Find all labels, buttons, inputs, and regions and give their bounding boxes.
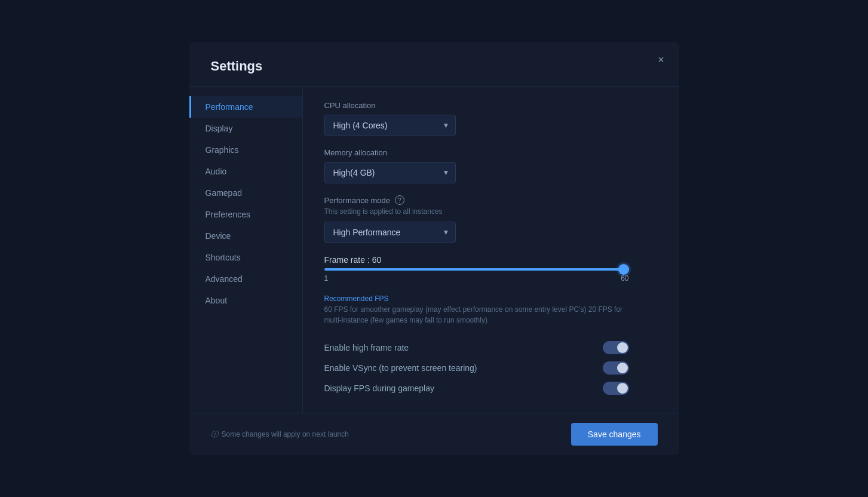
sidebar-item-graphics[interactable]: Graphics [189, 139, 302, 161]
info-icon: ⓘ [211, 429, 218, 440]
sidebar-item-performance[interactable]: Performance [189, 96, 302, 118]
sidebar-item-advanced[interactable]: Advanced [189, 268, 302, 290]
toggle-label-display-fps: Display FPS during gameplay [324, 384, 434, 393]
cpu-allocation-dropdown-wrapper: Low (2 Cores)Medium (3 Cores)High (4 Cor… [324, 115, 456, 136]
memory-allocation-label: Memory allocation [324, 148, 658, 157]
toggle-knob-high-frame-rate [617, 342, 628, 353]
sidebar-item-device[interactable]: Device [189, 225, 302, 247]
performance-mode-help-icon[interactable]: ? [395, 195, 404, 205]
toggle-label-vsync: Enable VSync (to prevent screen tearing) [324, 363, 477, 373]
performance-mode-select[interactable]: BalancedHigh PerformanceUltra [324, 222, 456, 243]
cpu-allocation-label: CPU allocation [324, 101, 658, 110]
sidebar-item-about[interactable]: About [189, 290, 302, 311]
sidebar-item-audio[interactable]: Audio [189, 161, 302, 182]
performance-mode-section: Performance mode ? This setting is appli… [324, 195, 658, 243]
cpu-allocation-section: CPU allocation Low (2 Cores)Medium (3 Co… [324, 101, 658, 136]
toggle-row-vsync: Enable VSync (to prevent screen tearing) [324, 358, 629, 378]
memory-allocation-select[interactable]: Low(1 GB)Medium(2 GB)High(4 GB)Ultra(8 G… [324, 162, 456, 183]
toggle-display-fps[interactable] [603, 382, 629, 395]
settings-dialog: × Settings PerformanceDisplayGraphicsAud… [189, 42, 679, 455]
footer-note: ⓘ Some changes will apply on next launch [211, 429, 349, 440]
toggles-section: Enable high frame rateEnable VSync (to p… [324, 338, 658, 398]
toggle-knob-display-fps [617, 383, 628, 394]
toggle-row-display-fps: Display FPS during gameplay [324, 378, 629, 398]
dialog-body: PerformanceDisplayGraphicsAudioGamepadPr… [189, 87, 679, 413]
sidebar-item-display[interactable]: Display [189, 118, 302, 139]
close-button[interactable]: × [653, 51, 670, 68]
frame-rate-section: Frame rate : 60 1 60 [324, 255, 658, 283]
frame-rate-max: 60 [621, 274, 628, 283]
footer-note-text: Some changes will apply on next launch [222, 430, 349, 438]
frame-rate-label: Frame rate : 60 [324, 255, 658, 265]
memory-allocation-dropdown-wrapper: Low(1 GB)Medium(2 GB)High(4 GB)Ultra(8 G… [324, 162, 456, 183]
save-changes-button[interactable]: Save changes [571, 423, 658, 446]
toggle-high-frame-rate[interactable] [603, 341, 629, 354]
performance-mode-label: Performance mode [324, 196, 391, 205]
performance-mode-label-row: Performance mode ? [324, 195, 658, 205]
recommended-fps-block: Recommended FPS 60 FPS for smoother game… [324, 294, 658, 326]
sidebar-item-preferences[interactable]: Preferences [189, 204, 302, 225]
toggle-knob-vsync [617, 363, 628, 373]
toggle-row-high-frame-rate: Enable high frame rate [324, 338, 629, 358]
frame-rate-minmax: 1 60 [324, 274, 629, 283]
recommended-fps-description: 60 FPS for smoother gameplay (may effect… [324, 304, 629, 326]
main-content: CPU allocation Low (2 Cores)Medium (3 Co… [303, 87, 679, 413]
sidebar-item-shortcuts[interactable]: Shortcuts [189, 247, 302, 268]
performance-mode-dropdown-wrapper: BalancedHigh PerformanceUltra ▼ [324, 222, 456, 243]
toggle-vsync[interactable] [603, 361, 629, 375]
sidebar-item-gamepad[interactable]: Gamepad [189, 182, 302, 204]
dialog-footer: ⓘ Some changes will apply on next launch… [189, 413, 679, 455]
recommended-fps-title: Recommended FPS [324, 294, 658, 303]
dialog-title: Settings [189, 42, 679, 87]
sidebar: PerformanceDisplayGraphicsAudioGamepadPr… [189, 87, 303, 413]
frame-rate-slider[interactable] [324, 268, 629, 271]
cpu-allocation-select[interactable]: Low (2 Cores)Medium (3 Cores)High (4 Cor… [324, 115, 456, 136]
frame-rate-min: 1 [324, 274, 329, 283]
toggle-label-high-frame-rate: Enable high frame rate [324, 343, 409, 352]
memory-allocation-section: Memory allocation Low(1 GB)Medium(2 GB)H… [324, 148, 658, 183]
performance-mode-note: This setting is applied to all instances [324, 207, 658, 216]
